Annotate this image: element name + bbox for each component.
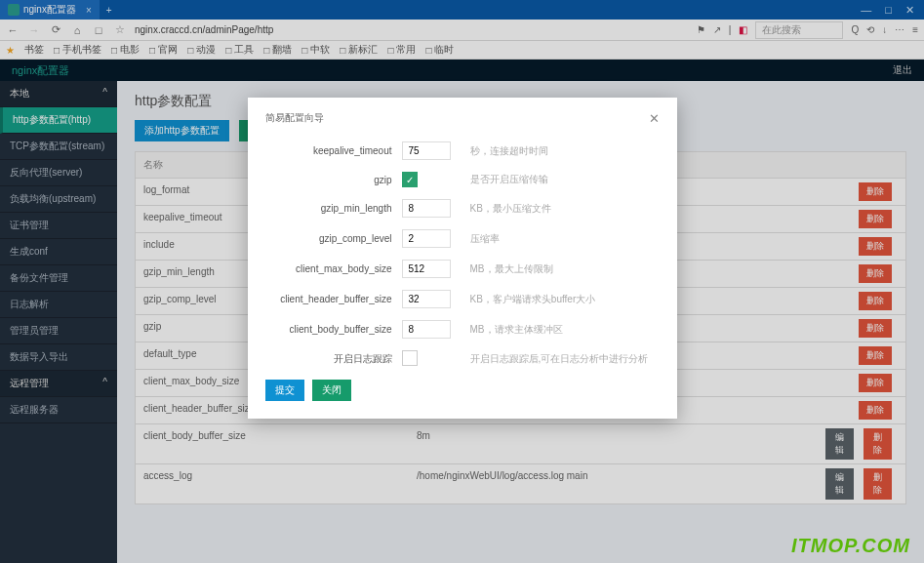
field-label: keepalive_timeout	[265, 145, 392, 156]
modal-title: 简易配置向导	[265, 111, 324, 126]
field-hint: KB，客户端请求头buffer大小	[470, 293, 596, 306]
field-hint: 秒，连接超时时间	[470, 144, 548, 158]
field-label: gzip_comp_level	[265, 233, 392, 244]
field-label: client_body_buffer_size	[265, 324, 392, 335]
field-hint: 是否开启压缩传输	[470, 173, 548, 186]
field-hint: 开启日志跟踪后,可在日志分析中进行分析	[470, 352, 649, 366]
modal-close-button[interactable]: 关闭	[312, 380, 351, 401]
field-label: client_header_buffer_size	[265, 294, 392, 304]
modal-submit-button[interactable]: 提交	[265, 380, 304, 401]
field-input[interactable]	[402, 229, 451, 248]
field-label: 开启日志跟踪	[265, 352, 392, 366]
watermark: ITMOP.COM	[791, 535, 910, 557]
checkbox-on-icon[interactable]: ✓	[402, 172, 418, 187]
field-hint: 压缩率	[470, 232, 500, 246]
field-label: gzip_min_length	[265, 203, 392, 214]
checkbox-off-icon[interactable]	[402, 350, 418, 366]
form-row: 开启日志跟踪开启日志跟踪后,可在日志分析中进行分析	[265, 350, 660, 368]
form-row: client_header_buffer_sizeKB，客户端请求头buffer…	[265, 290, 660, 308]
modal-overlay: 简易配置向导 ✕ keepalive_timeout秒，连接超时时间gzip✓是…	[0, 0, 924, 563]
field-input[interactable]	[402, 260, 451, 278]
form-row: client_max_body_sizeMB，最大上传限制	[265, 260, 660, 278]
form-row: gzip_min_lengthKB，最小压缩文件	[265, 199, 660, 218]
field-label: client_max_body_size	[265, 263, 392, 274]
wizard-modal: 简易配置向导 ✕ keepalive_timeout秒，连接超时时间gzip✓是…	[248, 98, 677, 419]
field-input[interactable]	[402, 199, 451, 218]
field-hint: MB，最大上传限制	[470, 262, 553, 276]
field-input[interactable]	[402, 290, 451, 308]
field-hint: MB，请求主体缓冲区	[470, 323, 563, 337]
field-input[interactable]	[402, 141, 451, 160]
field-input[interactable]	[402, 320, 451, 339]
form-row: gzip_comp_level压缩率	[265, 229, 660, 248]
field-label: gzip	[265, 175, 392, 185]
modal-close-icon[interactable]: ✕	[649, 111, 660, 126]
form-row: keepalive_timeout秒，连接超时时间	[265, 141, 660, 160]
form-row: client_body_buffer_sizeMB，请求主体缓冲区	[265, 320, 660, 339]
field-hint: KB，最小压缩文件	[470, 202, 551, 216]
form-row: gzip✓是否开启压缩传输	[265, 172, 660, 187]
